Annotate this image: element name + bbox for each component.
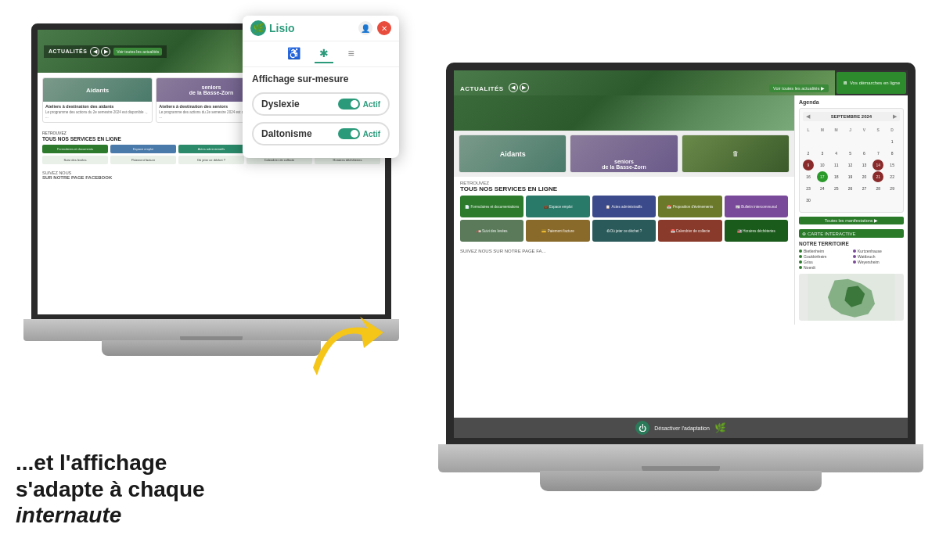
lisio-daltonisme-toggle[interactable]: Actif (338, 128, 380, 139)
kurtz-label: Kurtzenhause (858, 249, 882, 253)
cal-d27: 27 (858, 183, 869, 194)
prev-month-icon[interactable]: ◀ (806, 113, 810, 120)
cal-empty-1 (803, 136, 814, 147)
territoire-col-right: Kurtzenhause Wattbruch Weyersheim (853, 249, 904, 271)
right-next-arrow[interactable]: ▶ (520, 83, 529, 92)
right-services-grid: 📄 Formulaires et documentations 💼 Espace… (460, 196, 788, 242)
cal-d7: 7 (872, 148, 883, 159)
left-service-5[interactable]: Suivi des levées (42, 156, 108, 164)
right-service-7[interactable]: ♻ Où jeter ce déchet ? (592, 220, 656, 242)
right-card-passages-img: 🗑 (682, 135, 789, 172)
right-screen-content: ACTUALITÉS ◀ ▶ Voir toutes les actualité… (454, 70, 908, 438)
right-service-8[interactable]: 📅 Calendrier de collecte (658, 220, 721, 242)
left-service-0[interactable]: Formulaires et documents (42, 145, 108, 153)
territoire-list: Bietlenheim Goukkirtheim Griss (799, 249, 904, 271)
right-service-3[interactable]: 📅 Proposition d'événements (658, 196, 721, 217)
daltonisme-switch[interactable] (338, 128, 360, 139)
cal-d16: 16 (803, 171, 814, 182)
lisio-close-icon[interactable]: ✕ (377, 21, 391, 35)
cal-h-m1: M (817, 124, 828, 135)
right-demarches-btn[interactable]: 🖥 Vos démarches en ligne (836, 72, 906, 94)
cal-d6: 6 (858, 148, 869, 159)
cal-d29: 29 (887, 183, 898, 194)
dot-weyers (853, 260, 856, 264)
right-service-6[interactable]: 💳 Paiement facture (526, 220, 589, 242)
agenda-header: ◀ SEPTEMBRE 2024 ▶ (803, 112, 900, 121)
right-actualites-label: ACTUALITÉS (460, 85, 504, 92)
cal-h-m2: M (831, 124, 842, 135)
lisio-nav-settings[interactable]: ≡ (343, 45, 358, 63)
lisio-nav-display[interactable]: ✱ (315, 45, 333, 63)
right-service-5[interactable]: 🚛 Suivi des levées (460, 220, 523, 242)
cal-d12: 12 (845, 160, 856, 171)
bietlenheim-label: Bietlenheim (804, 249, 824, 253)
text-overlay: ...et l'affichage s'adapte à chaque inte… (16, 450, 297, 529)
noerdt-label: Noerdt (804, 265, 815, 270)
cal-d3: 3 (817, 148, 828, 159)
laptop-left-stand (102, 340, 321, 356)
territoire-bietlenheim: Bietlenheim (799, 249, 850, 253)
demarches-icon: 🖥 (843, 81, 847, 85)
cal-h-j: J (845, 124, 856, 135)
right-hero-section: ACTUALITÉS ◀ ▶ Voir toutes les actualité… (454, 70, 835, 95)
right-suivez-label: SUIVEZ NOUS (460, 249, 492, 253)
right-card-aidants: Aidants Ateliers à destination des aidan… (459, 135, 567, 173)
dot-goukkirtheim (799, 255, 802, 258)
right-card-seniors-body: Ateliers à destination des seniors Le pr… (570, 172, 677, 173)
laptop-right-stand (540, 471, 822, 491)
right-card-passages-body: Passages en déchèteries Pour les particu… (682, 172, 789, 173)
lisio-person-icon[interactable]: 👤 (358, 21, 372, 35)
dot-griss (799, 260, 802, 264)
right-card-passages: 🗑 Passages en déchèteries Pour les parti… (682, 135, 790, 173)
demarches-label: Vos démarches en ligne (850, 81, 900, 85)
cal-d1: 1 (887, 136, 898, 147)
territoire-weyersheim: Weyersheim (853, 260, 904, 264)
carte-interactive-header: ⊕ CARTE INTERACTIVE (799, 229, 904, 238)
aidants-img-text: Aidants (500, 150, 526, 158)
dyslexie-active-label: Actif (363, 100, 380, 109)
seniors-img-text: seniorsde la Basse-Zorn (602, 159, 646, 170)
right-service-9[interactable]: 🏭 Horaires déchèteries (725, 220, 788, 242)
carte-interactive-label: CARTE INTERACTIVE (808, 232, 856, 236)
right-service-0[interactable]: 📄 Formulaires et documentations (460, 196, 523, 217)
next-arrow-icon: ▶ (101, 47, 110, 56)
cal-d13: 13 (858, 160, 869, 171)
right-card-seniors-img: seniorsde la Basse-Zorn (570, 135, 677, 172)
cal-d11: 11 (831, 160, 842, 171)
lisio-logo-text: Lisio (269, 22, 295, 34)
left-service-1[interactable]: Espace emploi (110, 145, 176, 153)
lisio-nav: ♿ ✱ ≡ (243, 41, 399, 67)
cal-d4: 4 (831, 148, 842, 159)
lisio-nav-accessibility[interactable]: ♿ (282, 45, 305, 63)
cal-d5: 5 (845, 148, 856, 159)
laptop-right-screen: ACTUALITÉS ◀ ▶ Voir toutes les actualité… (446, 63, 916, 446)
cal-d14: 14 (872, 160, 883, 171)
right-card-aidants-body: Ateliers à destination des aidants Le pr… (459, 172, 566, 173)
right-voir-btn[interactable]: Voir toutes les actualités ▶ (769, 84, 829, 92)
left-service-7[interactable]: Où jeter ce déchet ? (178, 156, 244, 164)
next-month-icon[interactable]: ▶ (893, 113, 897, 120)
cal-d24: 24 (817, 183, 828, 194)
desactiver-leaf-icon: 🌿 (714, 422, 726, 433)
prev-arrow-icon: ◀ (90, 47, 99, 56)
desactiver-label[interactable]: Désactiver l'adaptation (654, 425, 710, 431)
lisio-option-dyslexie: Dyslexie Actif (252, 92, 390, 116)
laptop-right-screen-inner: ACTUALITÉS ◀ ▶ Voir toutes les actualité… (454, 70, 908, 438)
lisio-dyslexie-toggle[interactable]: Actif (338, 99, 380, 109)
left-voir-btn[interactable]: Voir toutes les actualités (113, 48, 162, 56)
cal-d17-today: 17 (817, 171, 828, 182)
agenda-month-label: SEPTEMBRE 2024 (831, 114, 872, 119)
griss-label: Griss (804, 260, 813, 264)
calendar-widget: ◀ SEPTEMBRE 2024 ▶ L M M J V (799, 108, 904, 213)
left-service-6[interactable]: Paiement facture (110, 156, 176, 164)
carte-circle-icon: ⊕ (802, 231, 806, 236)
left-service-2[interactable]: Actes administratifs (178, 145, 244, 153)
desactiver-bar: ⏻ Désactiver l'adaptation 🌿 (454, 418, 908, 438)
right-prev-arrow[interactable]: ◀ (509, 83, 518, 92)
right-service-4[interactable]: 📰 Bulletin intercommunal (725, 196, 788, 217)
dyslexie-switch[interactable] (338, 99, 360, 109)
right-service-1[interactable]: 💼 Espace emploi (526, 196, 589, 217)
manifestations-btn[interactable]: Toutes les manifestations ▶ (799, 217, 904, 224)
territoire-goukkirtheim: Goukkirtheim (799, 254, 850, 259)
right-service-2[interactable]: 📋 Actes administratifs (592, 196, 656, 217)
